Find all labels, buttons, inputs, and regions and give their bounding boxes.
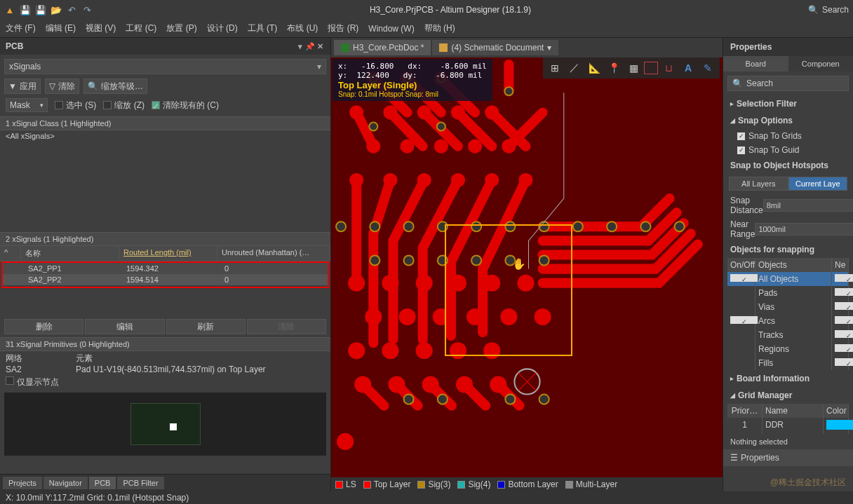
pcb-canvas[interactable]: x: -16.800 dx: -8.600 mil y: 122.400 dy:…: [331, 57, 723, 477]
layer-ls[interactable]: LS: [335, 479, 356, 489]
table-row[interactable]: Pads✓: [727, 286, 849, 300]
tool-dimension-icon[interactable]: ⊔: [659, 60, 678, 76]
tool-pin-icon[interactable]: 📍: [605, 60, 623, 76]
xsignals-columns: ^名称Routed Length (mil)Unrouted (Manhatta…: [0, 246, 330, 261]
xsignal-class-row[interactable]: <All xSignals>: [0, 130, 330, 142]
app-icon: ▲: [4, 4, 15, 15]
menu-window[interactable]: Window (W): [368, 24, 414, 34]
tab-components[interactable]: Componen: [788, 56, 854, 71]
tab-board[interactable]: Board: [723, 56, 788, 71]
xsignal-class-header: 1 xSignal Class (1 Highlighted): [0, 116, 330, 130]
titlebar-icons: ▲ 💾 💾 📂 ↶ ↷: [4, 4, 93, 15]
zoom-button[interactable]: 🔍缩放等级…: [83, 79, 147, 94]
undo-icon[interactable]: ↶: [66, 4, 77, 15]
layer-top[interactable]: Top Layer: [363, 479, 411, 489]
table-row[interactable]: Regions✓: [727, 342, 849, 356]
menu-tools[interactable]: 工具 (T): [248, 22, 278, 34]
near-range-label: Near Range: [730, 219, 755, 239]
svg-point-49: [336, 222, 346, 231]
properties-tab-footer[interactable]: ☰Properties: [723, 449, 853, 466]
properties-search[interactable]: 🔍Search: [727, 76, 849, 91]
svg-point-51: [404, 222, 414, 231]
mask-dropdown[interactable]: Mask: [6, 98, 48, 112]
menu-place[interactable]: 放置 (P): [166, 22, 196, 34]
svg-point-67: [438, 395, 448, 404]
tool-grid-icon[interactable]: ⊞: [546, 60, 564, 76]
near-range-input[interactable]: [755, 223, 853, 236]
clear-existing-checkbox[interactable]: ✓清除现有的 (C): [152, 100, 219, 111]
table-row[interactable]: Tracks✓: [727, 328, 849, 342]
delete-button[interactable]: 删除: [4, 319, 83, 334]
snap-distance-input[interactable]: [763, 199, 853, 212]
tool-line-icon[interactable]: ／: [565, 60, 584, 76]
table-row[interactable]: SA2_PP21594.5140: [3, 274, 328, 285]
selection-filter-section[interactable]: ▸Selection Filter: [723, 95, 853, 112]
apply-button[interactable]: ▼应用: [4, 79, 41, 94]
left-panel: PCB ▾ 📌 ✕ xSignals ▼应用 ▽清除 🔍缩放等级… Mask 选…: [0, 38, 331, 491]
table-row[interactable]: 1DDR: [727, 418, 849, 434]
menu-design[interactable]: 设计 (D): [207, 22, 238, 34]
tool-measure-icon[interactable]: 📐: [585, 60, 603, 76]
open-icon[interactable]: 📂: [51, 4, 62, 15]
svg-point-32: [348, 342, 365, 359]
menu-route[interactable]: 布线 (U): [287, 22, 318, 34]
svg-point-66: [404, 395, 414, 404]
panel-pin-icon[interactable]: 📌: [305, 42, 315, 51]
snap-to-grids-checkbox[interactable]: ✓Snap To Grids: [723, 129, 853, 143]
nothing-selected-label: Nothing selected: [723, 434, 853, 449]
layer-bottom[interactable]: Bottom Layer: [497, 479, 558, 489]
menu-report[interactable]: 报告 (R): [328, 22, 358, 34]
select-checkbox[interactable]: 选中 (S): [55, 100, 96, 111]
tab-schematic[interactable]: (4) Schematic Document▾: [432, 40, 558, 55]
grid-manager-section[interactable]: ◢Grid Manager: [723, 387, 853, 404]
menu-view[interactable]: 视图 (V): [86, 22, 116, 34]
menu-edit[interactable]: 编辑 (E): [46, 22, 76, 34]
color-swatch[interactable]: [826, 420, 853, 430]
tab-pcbdoc[interactable]: H3_Core.PcbDoc *: [334, 40, 431, 55]
show-nodes-checkbox[interactable]: 仅显示节点: [6, 376, 325, 388]
board-info-section[interactable]: ▸Board Information: [723, 370, 853, 387]
tab-projects[interactable]: Projects: [3, 477, 42, 489]
redo-icon[interactable]: ↷: [81, 4, 93, 15]
snap-to-guides-checkbox[interactable]: ✓Snap To Guid: [723, 143, 853, 157]
refresh-button[interactable]: 刷新: [166, 319, 246, 334]
selection-rect: [445, 224, 572, 356]
save-icon[interactable]: 💾: [20, 4, 31, 15]
svg-point-69: [539, 395, 549, 404]
panel-dropdown-icon[interactable]: ▾: [295, 42, 305, 51]
menu-project[interactable]: 工程 (C): [126, 22, 156, 34]
chevron-down-icon[interactable]: ▾: [547, 43, 551, 53]
layer-sig3[interactable]: Sig(3): [417, 479, 450, 489]
table-row[interactable]: Fills✓: [727, 356, 849, 370]
table-row[interactable]: SA2_PP11594.3420: [3, 263, 328, 274]
panel-close-icon[interactable]: ✕: [315, 42, 325, 51]
tab-navigator[interactable]: Navigator: [43, 477, 88, 489]
edit-button[interactable]: 编辑: [85, 319, 164, 334]
layer-sig4[interactable]: Sig(4): [457, 479, 490, 489]
global-search[interactable]: 🔍 Search: [808, 5, 849, 15]
scale-checkbox[interactable]: 缩放 (Z): [103, 100, 145, 111]
tab-pcb-filter[interactable]: PCB Filter: [117, 477, 163, 489]
table-row[interactable]: ✓All Objects✓: [727, 272, 849, 286]
menu-file[interactable]: 文件 (F): [6, 22, 36, 34]
svg-point-47: [369, 122, 377, 130]
table-row[interactable]: ✓Arcs✓: [727, 314, 849, 328]
menu-help[interactable]: 帮助 (H): [424, 22, 455, 34]
clear-button[interactable]: ▽清除: [45, 79, 79, 94]
svg-point-12: [468, 139, 482, 154]
board-preview[interactable]: [4, 393, 326, 456]
save-all-icon[interactable]: 💾: [35, 4, 46, 15]
tool-text-icon[interactable]: A: [679, 60, 697, 76]
tab-pcb[interactable]: PCB: [89, 477, 116, 489]
snap-options-section[interactable]: ◢Snap Options: [723, 112, 853, 129]
layer-multi[interactable]: Multi-Layer: [565, 479, 617, 489]
table-row[interactable]: Vias✓: [727, 300, 849, 314]
tool-layer-icon[interactable]: ▦: [624, 60, 643, 76]
pcb-panel-header: PCB ▾ 📌 ✕: [0, 38, 330, 55]
xsignals-dropdown[interactable]: xSignals: [4, 59, 326, 74]
layer-segment[interactable]: All LayersCurrent Laye: [729, 177, 847, 191]
routed-length-column[interactable]: Routed Length (mil): [119, 246, 217, 261]
tool-rect-icon[interactable]: [644, 62, 658, 74]
tool-pen-icon[interactable]: ✎: [699, 60, 717, 76]
sch-doc-icon: [439, 43, 448, 52]
